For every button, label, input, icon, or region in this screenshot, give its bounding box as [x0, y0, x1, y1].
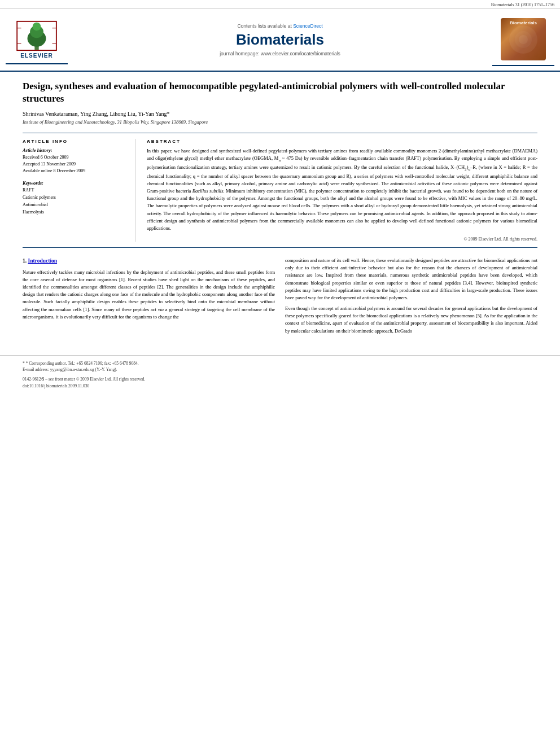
- contents-link: Contents lists available at ScienceDirec…: [79, 23, 481, 29]
- journal-header: ELSEVIER Contents lists available at Sci…: [0, 9, 560, 72]
- article-content: Design, syntheses and evaluation of hemo…: [0, 72, 560, 350]
- article-authors: Shrinivas Venkataraman, Ying Zhang, Liho…: [23, 111, 537, 117]
- elsevier-logo-section: ELSEVIER: [6, 16, 68, 64]
- abstract-copyright: © 2009 Elsevier Ltd. All rights reserved…: [147, 237, 537, 242]
- abstract-text: In this paper, we have designed and synt…: [147, 147, 537, 232]
- email-label: E-mail address:: [23, 367, 49, 372]
- article-footer: * * Corresponding author. Tel.: +65 6824…: [0, 355, 560, 395]
- received-date: Received 6 October 2009: [23, 154, 127, 161]
- top-bar: Biomaterials 31 (2010) 1751–1756: [0, 0, 560, 9]
- journal-title: Biomaterials: [79, 31, 481, 49]
- journal-homepage: journal homepage: www.elsevier.com/locat…: [79, 51, 481, 56]
- keyword-antimicrobial: Antimicrobial: [23, 202, 127, 209]
- keyword-haemolysis: Haemolysis: [23, 209, 127, 216]
- footnote-doi: doi:10.1016/j.biomaterials.2009.11.030: [23, 383, 537, 389]
- body-text-col1: Nature effectively tackles many microbia…: [23, 269, 275, 321]
- body-columns: 1. Introduction Nature effectively tackl…: [23, 257, 537, 338]
- sciencedirect-link[interactable]: ScienceDirect: [293, 23, 322, 29]
- section-number: 1.: [23, 258, 27, 264]
- keywords-list: RAFT Cationic polymers Antimicrobial Hae…: [23, 187, 127, 216]
- doi-text: doi:10.1016/j.biomaterials.2009.11.030: [23, 383, 89, 388]
- elsevier-text: ELSEVIER: [20, 53, 53, 59]
- footnote-email: E-mail address: yyyang@ibn.a-star.edu.sg…: [23, 366, 537, 373]
- article-info: ARTICLE INFO Article history: Received 6…: [23, 139, 135, 242]
- elsevier-logo: ELSEVIER: [14, 20, 59, 59]
- biomaterials-badge-section: Biomaterials: [492, 14, 554, 66]
- keyword-cationic: Cationic polymers: [23, 194, 127, 202]
- svg-point-11: [519, 35, 528, 44]
- body-text-col2: composition and nature of its cell wall.…: [285, 257, 537, 302]
- article-title: Design, syntheses and evaluation of hemo…: [23, 80, 537, 105]
- article-info-title: ARTICLE INFO: [23, 139, 127, 144]
- journal-citation: Biomaterials 31 (2010) 1751–1756: [491, 2, 554, 7]
- elsevier-tree-icon: [14, 20, 59, 51]
- article-history-label: Article history:: [23, 147, 127, 153]
- body-col-1: 1. Introduction Nature effectively tackl…: [23, 257, 275, 338]
- biomaterials-badge-text: Biomaterials: [501, 20, 546, 25]
- abstract-section: ABSTRACT In this paper, we have designed…: [147, 139, 537, 242]
- abstract-title: ABSTRACT: [147, 139, 537, 144]
- keyword-raft: RAFT: [23, 187, 127, 194]
- footnote-issn: 0142-9612/$ – see front matter © 2009 El…: [23, 376, 537, 382]
- keywords-label: Keywords:: [23, 180, 127, 186]
- accepted-date: Accepted 13 November 2009: [23, 161, 127, 168]
- section-1-title: 1. Introduction: [23, 257, 275, 265]
- journal-center: Contents lists available at ScienceDirec…: [68, 23, 492, 56]
- issn-text: 0142-9612/$ – see front matter © 2009 El…: [23, 377, 145, 382]
- body-col-2: composition and nature of its cell wall.…: [285, 257, 537, 338]
- biomaterials-badge: Biomaterials: [501, 18, 546, 60]
- body-text-col2-para2: Even though the concept of antimicrobial…: [285, 305, 537, 335]
- available-date: Available online 8 December 2009: [23, 168, 127, 174]
- email-address: yyyang@ibn.a-star.edu.sg (Y.-Y. Yang).: [50, 367, 117, 372]
- article-affiliation: Institute of Bioengineering and Nanotech…: [23, 119, 537, 125]
- svg-point-3: [33, 22, 41, 30]
- corresponding-author-text: * Corresponding author. Tel.: +65 6824 7…: [26, 361, 139, 366]
- footnote-corresponding: * * Corresponding author. Tel.: +65 6824…: [23, 360, 537, 366]
- section-title-text: Introduction: [28, 258, 58, 264]
- article-meta: ARTICLE INFO Article history: Received 6…: [23, 133, 537, 248]
